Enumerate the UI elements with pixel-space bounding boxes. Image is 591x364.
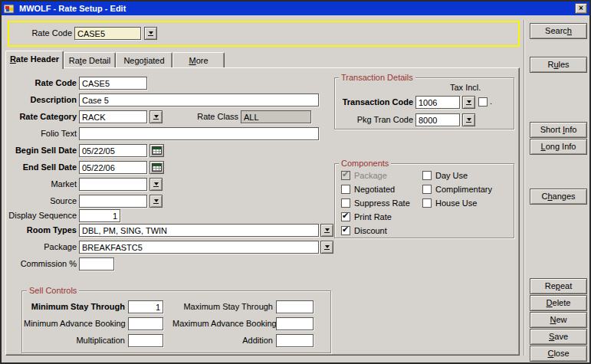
rate-code-query-panel: Rate Code: [8, 21, 520, 47]
max-adv-booking-input[interactable]: [276, 317, 314, 330]
lov-bar-icon: [466, 104, 471, 105]
lov-bar-icon: [466, 122, 471, 123]
min-stay-label: Minimum Stay Through: [24, 300, 125, 313]
discount-checkbox[interactable]: [341, 226, 350, 235]
pkg-tran-code-label: Pkg Tran Code: [337, 113, 413, 126]
tab-negotiated[interactable]: Negotiated: [116, 52, 172, 68]
rate-header-page: Rate Code Description Rate Category Rate…: [5, 67, 520, 356]
source-lov-button[interactable]: [149, 195, 163, 208]
tab-label-key: M: [189, 56, 195, 65]
short-info-button[interactable]: Short Info: [530, 122, 587, 138]
new-button[interactable]: New: [530, 312, 587, 328]
complimentary-checkbox[interactable]: [422, 185, 432, 194]
search-button[interactable]: Search: [530, 23, 587, 39]
lov-bar-icon: [153, 186, 159, 187]
button-label-key: h: [567, 26, 572, 35]
delete-button[interactable]: Delete: [530, 295, 587, 311]
suppress-rate-checkbox-label: Suppress Rate: [354, 198, 410, 208]
display-sequence-input[interactable]: [79, 209, 120, 222]
suppress-rate-checkbox[interactable]: [341, 198, 350, 208]
transaction-details-group: Transaction Details Tax Incl. Transactio…: [334, 77, 514, 130]
lov-bar-icon: [153, 203, 159, 204]
pkg-tran-code-input[interactable]: [415, 113, 460, 126]
lov-arrow-icon: [154, 182, 159, 185]
repeat-button[interactable]: Repeat: [530, 278, 587, 294]
market-lov-button[interactable]: [149, 178, 163, 191]
min-stay-input[interactable]: [128, 300, 163, 313]
app-icon: [4, 4, 15, 14]
end-sell-date-input[interactable]: [79, 161, 147, 174]
min-adv-booking-input[interactable]: [128, 317, 163, 330]
components-group: Components Package Negotiated Suppress R…: [334, 163, 514, 238]
button-label-pre: Re: [545, 281, 556, 290]
pkg-tran-code-lov-button[interactable]: [462, 113, 475, 126]
discount-checkbox-label: Discount: [354, 225, 387, 236]
multiplication-label: Multiplication: [24, 334, 125, 347]
tab-label-post: e Detail: [82, 56, 110, 65]
lov-arrow-icon: [467, 118, 471, 121]
button-label-post: eat: [560, 281, 572, 290]
button-label-post: lose: [553, 349, 569, 358]
package-checkbox: [341, 171, 350, 180]
tab-rate-detail[interactable]: Rate Detail: [64, 52, 116, 68]
room-types-lov-button[interactable]: [320, 224, 333, 237]
package-lov-button[interactable]: [320, 241, 333, 254]
complimentary-checkbox-label: Complimentary: [435, 184, 492, 195]
lov-bar-icon: [324, 249, 330, 250]
tab-label-post: iated: [146, 56, 165, 65]
day-use-checkbox[interactable]: [422, 171, 432, 180]
calendar-icon: [152, 163, 162, 172]
rate-code-label: Rate Code: [6, 77, 77, 90]
commission-input[interactable]: [79, 257, 114, 271]
source-input[interactable]: [79, 195, 147, 208]
rate-category-input[interactable]: [79, 110, 147, 123]
tab-label-post: ore: [196, 56, 208, 65]
transaction-code-input[interactable]: [415, 96, 460, 109]
description-input[interactable]: [79, 93, 319, 107]
min-adv-booking-label: Minimum Advance Booking: [24, 317, 125, 330]
begin-sell-date-calendar-button[interactable]: [149, 144, 164, 157]
close-button[interactable]: Close: [530, 346, 587, 362]
transaction-code-lov-button[interactable]: [462, 96, 475, 109]
transaction-details-title: Transaction Details: [339, 73, 415, 83]
print-rate-checkbox[interactable]: [341, 212, 350, 221]
save-button[interactable]: Save: [530, 329, 587, 345]
sell-controls-group: Sell Controls Minimum Stay Through Maxim…: [21, 290, 331, 353]
tax-incl-checkbox[interactable]: [478, 97, 488, 107]
tab-more[interactable]: More: [172, 52, 225, 68]
multiplication-input[interactable]: [128, 334, 163, 347]
market-label: Market: [6, 178, 77, 191]
print-rate-checkbox-label: Print Rate: [354, 212, 392, 222]
addition-input[interactable]: [276, 334, 314, 347]
rate-code-query-input[interactable]: [74, 27, 141, 40]
lov-arrow-icon: [325, 228, 330, 231]
end-sell-date-calendar-button[interactable]: [149, 161, 164, 174]
day-use-checkbox-label: Day Use: [435, 170, 468, 181]
button-label-post: les: [559, 60, 570, 69]
folio-text-input[interactable]: [79, 127, 319, 140]
transaction-code-label: Transaction Code: [337, 96, 413, 109]
package-input[interactable]: [79, 241, 319, 254]
changes-button[interactable]: Changes: [530, 189, 587, 205]
window-close-button[interactable]: ×: [575, 3, 587, 14]
button-label-post: ave: [554, 332, 568, 341]
rate-code-input[interactable]: [79, 77, 147, 90]
button-label-post: anges: [553, 192, 576, 201]
addition-label: Addition: [172, 334, 273, 347]
commission-label: Commission %: [6, 257, 77, 271]
tax-incl-label: Tax Incl.: [450, 81, 487, 94]
title-bar[interactable]: MWOLF - Rate Setup - Edit ×: [2, 2, 589, 15]
rules-button[interactable]: Rules: [530, 57, 587, 73]
long-info-button[interactable]: Long Info: [530, 139, 587, 155]
max-stay-input[interactable]: [276, 300, 314, 313]
tab-rate-header[interactable]: Rate Header: [5, 51, 64, 69]
button-label-post: ong Info: [546, 142, 576, 151]
begin-sell-date-input[interactable]: [79, 144, 147, 157]
rate-code-lov-button[interactable]: [144, 27, 157, 40]
window-title: MWOLF - Rate Setup - Edit: [19, 4, 126, 13]
market-input[interactable]: [79, 178, 147, 191]
package-label: Package: [6, 241, 77, 254]
negotiated-checkbox[interactable]: [341, 185, 350, 194]
room-types-input[interactable]: [79, 224, 319, 237]
house-use-checkbox[interactable]: [422, 198, 432, 208]
